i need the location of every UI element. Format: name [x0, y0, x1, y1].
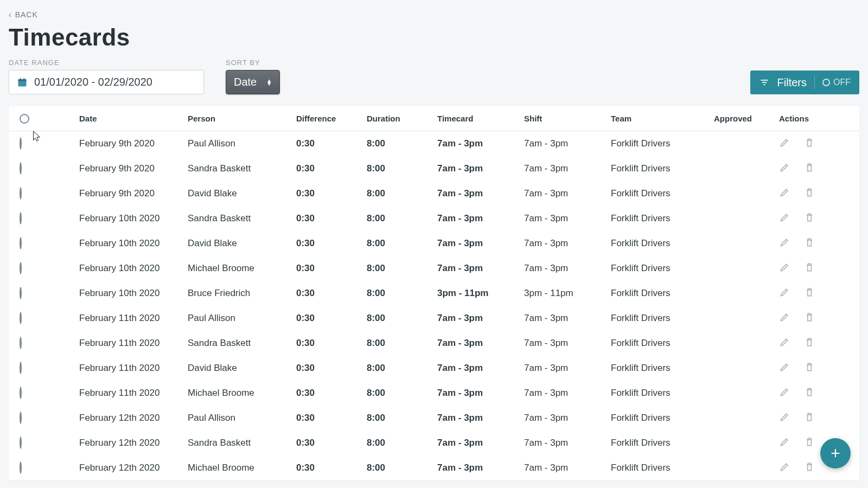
date-range-label: DATE RANGE — [9, 59, 204, 67]
table-row: February 10th 2020Michael Broome0:308:00… — [9, 256, 859, 281]
edit-button[interactable] — [779, 237, 790, 251]
row-select-radio[interactable] — [20, 387, 22, 399]
delete-button[interactable] — [804, 362, 815, 375]
cell-difference: 0:30 — [296, 313, 367, 324]
col-difference[interactable]: Difference — [296, 114, 367, 123]
cell-duration: 8:00 — [367, 438, 437, 448]
edit-button[interactable] — [779, 137, 790, 151]
row-select-radio[interactable] — [20, 212, 22, 224]
table-row: February 9th 2020Paul Allison0:308:007am… — [9, 131, 859, 156]
row-select-radio[interactable] — [20, 312, 22, 324]
filters-state-toggle[interactable]: OFF — [822, 78, 851, 87]
col-shift[interactable]: Shift — [524, 114, 611, 123]
cell-timecard: 7am - 3pm — [437, 338, 524, 349]
col-actions: Actions — [779, 114, 855, 123]
delete-button[interactable] — [804, 387, 815, 400]
cell-duration: 8:00 — [367, 313, 437, 324]
cell-actions — [779, 237, 855, 251]
cell-difference: 0:30 — [296, 438, 367, 448]
chevron-left-icon: ‹ — [9, 10, 12, 19]
row-select-radio[interactable] — [20, 237, 22, 249]
row-select-radio[interactable] — [20, 137, 22, 150]
col-date[interactable]: Date — [79, 114, 188, 123]
cell-duration: 8:00 — [367, 213, 437, 224]
edit-button[interactable] — [779, 412, 790, 425]
cell-difference: 0:30 — [296, 388, 367, 399]
edit-button[interactable] — [779, 461, 790, 475]
col-duration[interactable]: Duration — [367, 114, 437, 123]
delete-button[interactable] — [804, 337, 815, 350]
edit-button[interactable] — [779, 187, 790, 201]
edit-button[interactable] — [779, 287, 790, 300]
cell-difference: 0:30 — [296, 463, 367, 473]
delete-button[interactable] — [804, 262, 815, 275]
edit-button[interactable] — [779, 312, 790, 325]
row-select-radio[interactable] — [20, 436, 22, 449]
controls-bar: DATE RANGE 01/01/2020 - 02/29/2020 SORT … — [9, 55, 859, 94]
cell-difference: 0:30 — [296, 238, 367, 249]
row-select-radio[interactable] — [20, 362, 22, 374]
cell-date: February 9th 2020 — [79, 188, 188, 199]
cell-person: David Blake — [188, 363, 296, 374]
delete-button[interactable] — [804, 412, 815, 425]
cell-team: Forklift Drivers — [611, 238, 714, 249]
edit-button[interactable] — [779, 212, 790, 226]
cell-shift: 7am - 3pm — [524, 338, 611, 349]
row-select-radio[interactable] — [20, 287, 22, 299]
row-select-radio[interactable] — [20, 461, 22, 474]
edit-button[interactable] — [779, 362, 790, 375]
cell-duration: 8:00 — [367, 188, 437, 199]
plus-icon: + — [831, 445, 840, 461]
delete-button[interactable] — [804, 461, 815, 475]
table-row: February 11th 2020Paul Allison0:308:007a… — [9, 306, 859, 331]
row-select-radio[interactable] — [20, 187, 22, 200]
cell-team: Forklift Drivers — [611, 213, 714, 224]
add-button[interactable]: + — [820, 438, 851, 468]
filters-button[interactable]: Filters OFF — [750, 70, 859, 94]
cell-duration: 8:00 — [367, 163, 437, 174]
row-select-radio[interactable] — [20, 162, 22, 175]
cell-date: February 9th 2020 — [79, 163, 188, 174]
row-select-radio[interactable] — [20, 262, 22, 274]
cell-shift: 7am - 3pm — [524, 413, 611, 423]
delete-button[interactable] — [804, 237, 815, 251]
cell-person: Paul Allison — [188, 138, 296, 149]
cell-difference: 0:30 — [296, 363, 367, 374]
sort-by-select[interactable]: Date ▲▼ — [226, 70, 280, 94]
col-person[interactable]: Person — [188, 114, 296, 123]
row-select-radio[interactable] — [20, 412, 22, 424]
col-team[interactable]: Team — [611, 114, 714, 123]
delete-button[interactable] — [804, 187, 815, 201]
delete-button[interactable] — [804, 436, 815, 450]
edit-button[interactable] — [779, 436, 790, 450]
col-timecard[interactable]: Timecard — [437, 114, 524, 123]
delete-button[interactable] — [804, 162, 815, 176]
row-select-radio[interactable] — [20, 337, 22, 349]
delete-button[interactable] — [804, 312, 815, 325]
delete-button[interactable] — [804, 137, 815, 151]
table-row: February 9th 2020Sandra Baskett0:308:007… — [9, 156, 859, 181]
cell-shift: 7am - 3pm — [524, 213, 611, 224]
cell-date: February 10th 2020 — [79, 288, 188, 299]
table-row: February 12th 2020Paul Allison0:308:007a… — [9, 406, 859, 431]
cell-person: Sandra Baskett — [188, 163, 296, 174]
cell-date: February 12th 2020 — [79, 438, 188, 448]
cell-team: Forklift Drivers — [611, 463, 714, 473]
edit-button[interactable] — [779, 387, 790, 400]
edit-button[interactable] — [779, 162, 790, 176]
sort-by-value: Date — [234, 76, 257, 88]
cell-timecard: 7am - 3pm — [437, 438, 524, 448]
cell-person: Bruce Friedrich — [188, 288, 296, 299]
edit-button[interactable] — [779, 262, 790, 275]
cell-shift: 7am - 3pm — [524, 138, 611, 149]
svg-rect-1 — [18, 79, 27, 81]
cell-date: February 11th 2020 — [79, 313, 188, 324]
cell-duration: 8:00 — [367, 463, 437, 473]
col-approved[interactable]: Approved — [714, 114, 779, 123]
select-all-radio[interactable] — [20, 114, 29, 124]
back-button[interactable]: ‹ BACK — [9, 10, 38, 19]
edit-button[interactable] — [779, 337, 790, 350]
delete-button[interactable] — [804, 212, 815, 226]
delete-button[interactable] — [804, 287, 815, 300]
date-range-input[interactable]: 01/01/2020 - 02/29/2020 — [9, 70, 204, 94]
